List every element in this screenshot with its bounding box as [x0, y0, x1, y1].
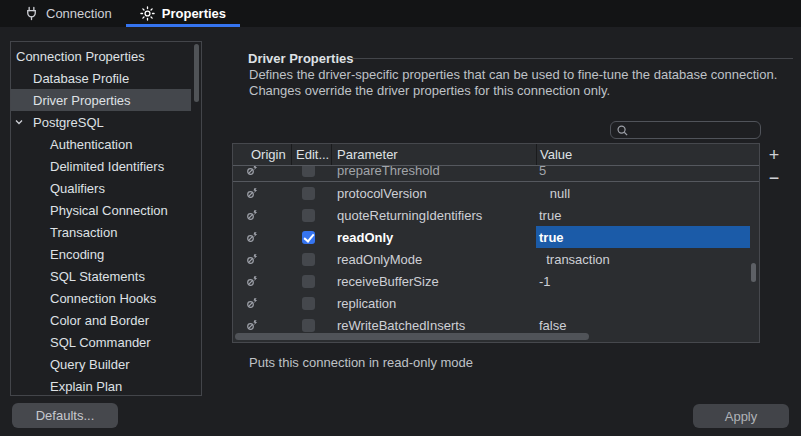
clipped-row-viewport: prepareThreshold 5 [233, 166, 759, 181]
origin-cell [233, 209, 291, 221]
parameter-cell[interactable]: readOnly [331, 230, 536, 245]
search-icon [616, 124, 629, 137]
gear-icon [140, 6, 155, 21]
edit-checkbox[interactable] [302, 253, 315, 266]
sidebar-item-label: Physical Connection [50, 203, 168, 218]
parameter-cell[interactable]: quoteReturningIdentifiers [331, 208, 536, 223]
sidebar-item-delimited-identifiers[interactable]: Delimited Identifiers [11, 155, 201, 177]
sidebar-item-sql-statements[interactable]: SQL Statements [11, 265, 201, 287]
sidebar-item-label: Driver Properties [33, 93, 131, 108]
remove-property-button[interactable]: − [764, 168, 784, 188]
edit-checkbox[interactable] [302, 209, 315, 222]
sidebar-item-database-profile[interactable]: Database Profile [11, 67, 201, 89]
table-row-protocolversion[interactable]: protocolVersion null [233, 182, 759, 204]
table-row-preparethreshold[interactable]: prepareThreshold 5 [233, 166, 759, 181]
driver-origin-icon [246, 319, 258, 331]
origin-cell [233, 166, 291, 176]
parameter-cell[interactable]: prepareThreshold [331, 166, 536, 178]
value-cell[interactable]: true [536, 226, 750, 248]
origin-cell [233, 319, 291, 331]
sidebar-item-label: Transaction [50, 225, 117, 240]
plug-icon [24, 6, 39, 21]
connection-properties-window: Connection Properties Connection Propert… [0, 0, 801, 436]
sidebar-item-postgresql[interactable]: PostgreSQL [11, 111, 201, 133]
tab-properties[interactable]: Properties [126, 0, 240, 27]
sidebar-item-label: Delimited Identifiers [50, 159, 164, 174]
column-header-parameter[interactable]: Parameter [331, 144, 536, 165]
edit-checkbox[interactable] [302, 297, 315, 310]
defaults-button[interactable]: Defaults... [12, 403, 118, 428]
page-title: Driver Properties [248, 51, 354, 66]
driver-origin-icon [246, 253, 258, 265]
value-cell[interactable] [536, 292, 759, 314]
section-divider [352, 58, 793, 59]
edit-checkbox[interactable] [302, 319, 315, 332]
settings-tree: Connection Properties Database Profile D… [10, 41, 202, 396]
driver-origin-icon [246, 209, 258, 221]
editable-cell [291, 297, 331, 310]
chevron-down-icon[interactable] [14, 117, 25, 127]
column-header-editable[interactable]: Edit... [291, 144, 331, 165]
sidebar-item-label: Database Profile [33, 71, 129, 86]
sidebar-item-query-builder[interactable]: Query Builder [11, 353, 201, 375]
driver-origin-icon [246, 297, 258, 309]
tab-label: Connection [46, 6, 112, 21]
search-field[interactable] [610, 121, 761, 139]
apply-button[interactable]: Apply [693, 404, 789, 428]
sidebar-item-authentication[interactable]: Authentication [11, 133, 201, 155]
origin-cell [233, 231, 291, 243]
parameter-cell[interactable]: receiveBufferSize [331, 274, 536, 289]
driver-origin-icon [246, 231, 258, 243]
sidebar-item-label: Query Builder [50, 357, 129, 372]
table-row-readonlymode[interactable]: readOnlyMode transaction [233, 248, 759, 270]
tab-bar: Connection Properties [0, 0, 801, 27]
table-horizontal-scrollbar[interactable] [235, 333, 589, 340]
editable-cell [291, 319, 331, 332]
sidebar-scrollbar[interactable] [194, 44, 199, 102]
value-cell[interactable]: true [536, 204, 759, 226]
column-header-origin[interactable]: Origin [233, 144, 291, 165]
edit-checkbox[interactable] [302, 166, 315, 177]
sidebar-item-qualifiers[interactable]: Qualifiers [11, 177, 201, 199]
table-row-replication[interactable]: replication [233, 292, 759, 314]
sidebar-item-connection-hooks[interactable]: Connection Hooks [11, 287, 201, 309]
tab-connection[interactable]: Connection [10, 0, 126, 27]
value-cell[interactable]: -1 [536, 270, 759, 292]
table-row-readonly[interactable]: readOnly true [233, 226, 759, 248]
column-header-value[interactable]: Value [536, 144, 759, 165]
sidebar-item-color-and-border[interactable]: Color and Border [11, 309, 201, 331]
sidebar-item-sql-commander[interactable]: SQL Commander [11, 331, 201, 353]
add-property-button[interactable]: + [764, 145, 784, 165]
table-vertical-scrollbar[interactable] [751, 263, 756, 282]
sidebar-item-label: SQL Statements [50, 269, 145, 284]
sidebar-item-encoding[interactable]: Encoding [11, 243, 201, 265]
tab-label: Properties [162, 6, 226, 21]
edit-checkbox[interactable] [302, 187, 315, 200]
value-cell[interactable]: null [536, 182, 759, 204]
origin-cell [233, 253, 291, 265]
edit-checkbox[interactable] [302, 231, 315, 244]
table-row-quotereturningidentifiers[interactable]: quoteReturningIdentifiers true [233, 204, 759, 226]
sidebar-item-explain-plan[interactable]: Explain Plan [11, 375, 201, 396]
active-tab-indicator [126, 24, 240, 27]
edit-checkbox[interactable] [302, 275, 315, 288]
sidebar-item-transaction[interactable]: Transaction [11, 221, 201, 243]
driver-origin-icon [246, 166, 258, 176]
editable-cell [291, 209, 331, 222]
sidebar-item-driver-properties[interactable]: Driver Properties [11, 89, 191, 111]
table-body: prepareThreshold 5 protocolVersion null [233, 166, 759, 336]
sidebar-item-label: SQL Commander [50, 335, 151, 350]
value-cell[interactable]: 5 [536, 166, 759, 181]
value-cell[interactable]: transaction [536, 248, 759, 270]
parameter-cell[interactable]: readOnlyMode [331, 252, 536, 267]
parameter-cell[interactable]: replication [331, 296, 536, 311]
property-hint-text: Puts this connection in read-only mode [249, 355, 473, 370]
sidebar-item-physical-connection[interactable]: Physical Connection [11, 199, 201, 221]
parameter-cell[interactable]: reWriteBatchedInserts [331, 318, 536, 333]
editable-cell [291, 253, 331, 266]
origin-cell [233, 297, 291, 309]
table-row-receivebuffersize[interactable]: receiveBufferSize -1 [233, 270, 759, 292]
sidebar-item-connection-properties[interactable]: Connection Properties [11, 45, 201, 67]
parameter-cell[interactable]: protocolVersion [331, 186, 536, 201]
search-input[interactable] [632, 123, 750, 138]
